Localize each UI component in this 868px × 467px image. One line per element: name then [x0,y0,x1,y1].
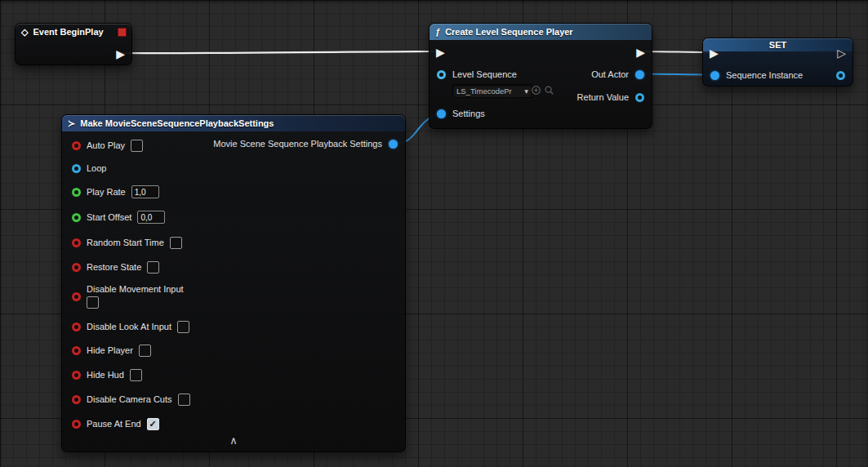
disable-look-at-input-checkbox[interactable] [177,321,189,333]
node-make-playback-settings[interactable]: ≻ Make MovieSceneSequencePlaybackSetting… [61,114,406,452]
pin-row-start-offset: Start Offset [72,211,165,224]
exec-in-pin[interactable]: ▶ [436,47,445,58]
restore-state-pin[interactable] [72,263,81,272]
return-value-pin[interactable] [635,93,644,102]
settings-pin[interactable] [437,109,446,118]
disable-camera-cuts-checkbox[interactable] [178,394,190,406]
event-icon: ◇ [21,27,28,38]
settings-label: Settings [452,109,485,118]
node-create-level-sequence-player[interactable]: ƒ Create Level Sequence Player ▶ ▶ Level… [429,23,652,129]
level-sequence-dropdown[interactable]: LS_TimecodePr ▾ [452,84,532,98]
exec-in-pin[interactable]: ▶ [710,47,719,59]
delegate-pin[interactable] [118,28,127,37]
play-rate-label: Play Rate [87,187,126,197]
auto-play-label: Auto Play [87,140,125,150]
exec-out-pin[interactable]: ▶ [116,48,125,60]
level-sequence-dropdown-value: LS_TimecodePr [456,87,512,96]
disable-look-at-input-pin[interactable] [72,322,81,331]
sequence-instance-pin[interactable] [710,71,719,80]
level-sequence-pin[interactable] [437,70,446,79]
play-rate-pin[interactable] [72,188,81,197]
pause-at-end-checkbox[interactable] [147,418,159,430]
pin-row-random-start-time: Random Start Time [72,236,182,249]
disable-movement-input-label: Disable Movement Input [87,284,184,294]
hide-player-label: Hide Player [87,345,133,355]
disable-movement-input-checkbox[interactable] [87,296,99,309]
random-start-time-checkbox[interactable] [170,237,182,249]
pin-row-pause-at-end: Pause At End [72,417,159,430]
hide-player-checkbox[interactable] [139,345,151,357]
out-actor-pin[interactable] [635,70,644,79]
pin-row-loop: Loop [72,162,106,175]
make-node-header[interactable]: ≻ Make MovieSceneSequencePlaybackSetting… [62,115,405,131]
use-selected-asset-icon[interactable] [531,85,541,96]
pin-row-disable-look-at-input: Disable Look At Input [72,320,189,333]
playback-settings-output-label: Movie Scene Sequence Playback Settings [213,139,382,149]
function-icon: ƒ [435,27,440,37]
pin-row-disable-camera-cuts: Disable Camera Cuts [72,393,190,406]
pin-row-hide-hud: Hide Hud [72,368,142,381]
pause-at-end-label: Pause At End [87,419,141,429]
blueprint-canvas[interactable]: ◇ Event BeginPlay ▶ ƒ Create Level Seque… [0,0,868,467]
make-node-title: Make MovieSceneSequencePlaybackSettings [80,118,274,128]
pin-row-hide-player: Hide Player [72,344,151,357]
pause-at-end-pin[interactable] [72,420,81,429]
start-offset-pin[interactable] [72,213,81,222]
start-offset-label: Start Offset [87,212,131,222]
play-rate-input[interactable] [131,185,159,198]
set-node-title: SET [769,40,786,50]
loop-label: Loop [87,163,106,173]
loop-pin[interactable] [72,164,81,173]
hide-hud-checkbox[interactable] [130,369,142,381]
out-actor-label: Out Actor [591,69,629,79]
random-start-time-pin[interactable] [72,238,81,247]
hide-hud-pin[interactable] [72,371,81,380]
create-node-title: Create Level Sequence Player [445,27,573,37]
node-event-beginplay[interactable]: ◇ Event BeginPlay ▶ [15,23,132,65]
create-node-header[interactable]: ƒ Create Level Sequence Player [430,24,652,40]
disable-camera-cuts-label: Disable Camera Cuts [87,394,172,404]
playback-settings-output-pin[interactable] [389,140,398,149]
set-node-header[interactable]: SET [703,38,852,51]
random-start-time-label: Random Start Time [87,238,164,247]
hide-hud-label: Hide Hud [87,370,124,380]
return-value-label: Return Value [577,92,629,102]
chevron-down-icon: ▾ [524,87,528,96]
set-output-pin[interactable] [836,71,845,80]
auto-play-pin[interactable] [72,141,81,150]
pin-row-play-rate: Play Rate [72,185,159,198]
pin-row-disable-movement-input: Disable Movement Input [72,283,184,309]
exec-out-pin[interactable]: ▷ [837,47,846,59]
event-beginplay-header[interactable]: ◇ Event BeginPlay [16,24,131,40]
event-beginplay-title: Event BeginPlay [33,27,103,37]
hide-player-pin[interactable] [72,346,81,355]
start-offset-input[interactable] [137,211,165,224]
exec-out-pin[interactable]: ▶ [636,47,645,58]
exec-wire-beginplay-to-create[interactable] [119,51,440,53]
disable-look-at-input-label: Disable Look At Input [87,322,171,331]
disable-movement-input-pin[interactable] [72,292,81,301]
make-struct-icon: ≻ [68,118,75,129]
level-sequence-label: Level Sequence [452,69,517,79]
restore-state-label: Restore State [87,262,141,272]
pin-row-restore-state: Restore State [72,260,159,274]
browse-asset-icon[interactable] [544,85,554,96]
pin-row-auto-play: Auto Play [72,139,143,152]
auto-play-checkbox[interactable] [131,140,143,152]
node-set-sequence-instance[interactable]: SET ▶ ▷ Sequence Instance [702,38,853,87]
restore-state-checkbox[interactable] [147,261,159,274]
disable-camera-cuts-pin[interactable] [72,395,81,404]
collapse-node-button[interactable]: ∧ [62,437,405,445]
sequence-instance-label: Sequence Instance [726,70,803,80]
